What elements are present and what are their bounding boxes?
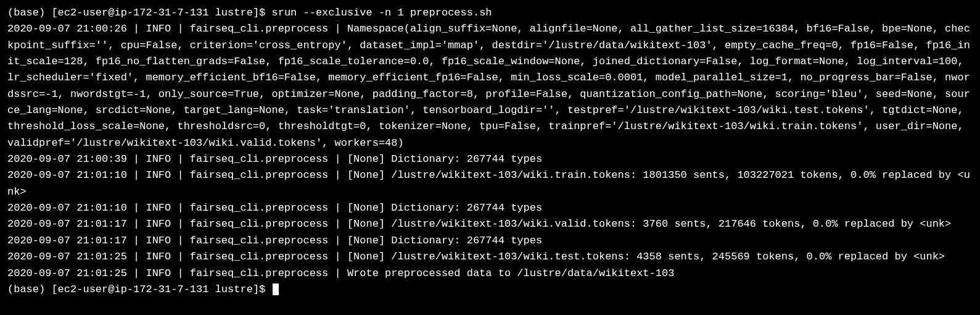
prompt-user-host: [ec2-user@ip-172-31-7-131 lustre]$ bbox=[51, 284, 265, 295]
prompt-line-1: (base) [ec2-user@ip-172-31-7-131 lustre]… bbox=[7, 7, 492, 19]
log-line: 2020-09-07 21:01:10 | INFO | fairseq_cli… bbox=[7, 202, 542, 214]
log-line: 2020-09-07 21:01:17 | INFO | fairseq_cli… bbox=[7, 218, 951, 230]
terminal-output[interactable]: (base) [ec2-user@ip-172-31-7-131 lustre]… bbox=[0, 0, 980, 303]
prompt-command: srun --exclusive -n 1 preprocess.sh bbox=[271, 7, 492, 19]
cursor-icon bbox=[273, 284, 279, 295]
prompt-env: (base) bbox=[7, 7, 45, 19]
log-line: 2020-09-07 21:01:25 | INFO | fairseq_cli… bbox=[7, 267, 674, 279]
log-line: 2020-09-07 21:01:17 | INFO | fairseq_cli… bbox=[7, 235, 542, 246]
prompt-env: (base) bbox=[7, 284, 45, 295]
log-line: 2020-09-07 21:01:10 | INFO | fairseq_cli… bbox=[7, 169, 970, 197]
log-line: 2020-09-07 21:01:25 | INFO | fairseq_cli… bbox=[7, 251, 945, 262]
log-line: 2020-09-07 21:00:39 | INFO | fairseq_cli… bbox=[7, 153, 542, 165]
prompt-line-2: (base) [ec2-user@ip-172-31-7-131 lustre]… bbox=[7, 284, 279, 295]
prompt-user-host: [ec2-user@ip-172-31-7-131 lustre]$ bbox=[51, 7, 265, 19]
log-line: 2020-09-07 21:00:26 | INFO | fairseq_cli… bbox=[7, 23, 970, 148]
